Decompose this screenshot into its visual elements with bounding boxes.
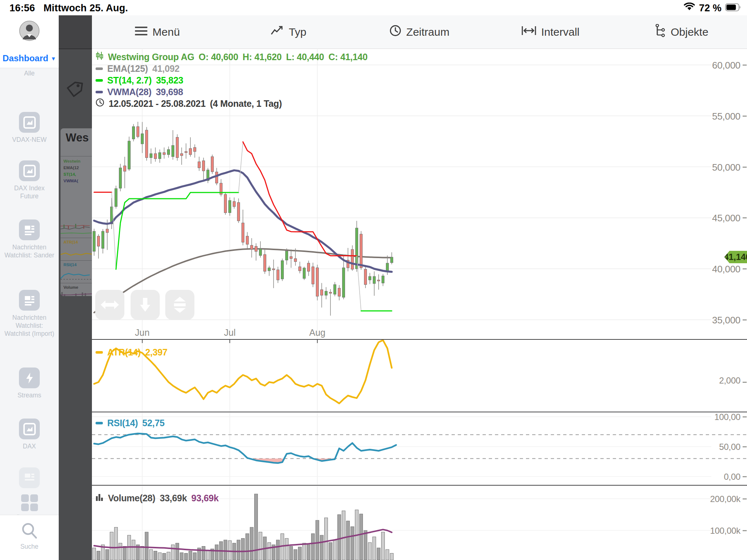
chevron-down-icon: ▼ — [51, 55, 56, 62]
objects-icon — [655, 24, 666, 40]
sidebar-item-dax-index-future[interactable]: DAX Index Future — [0, 184, 59, 200]
dashboard-selector[interactable]: Dashboard ▼ — [0, 53, 59, 63]
mini-volume-label: Volume — [63, 285, 78, 289]
interval-icon — [522, 26, 536, 38]
interval-button[interactable]: Intervall — [485, 15, 616, 48]
legend-ema-row[interactable]: EMA(125) 41,092 — [96, 63, 368, 74]
clock-time: 16:56 — [9, 3, 35, 13]
sidebar-item-suche[interactable]: Suche — [0, 542, 59, 551]
sidebar-item-vdax-new[interactable]: VDAX-NEW — [0, 136, 59, 144]
sidebar: Dashboard ▼ Kalender: Alle VDAX-NEW DAX … — [0, 15, 59, 560]
rsi-tick: 100,00 — [682, 412, 740, 422]
mini-widget-title: Wes — [66, 131, 89, 144]
tag-icon[interactable] — [65, 80, 84, 101]
ema-line-swatch — [96, 67, 103, 70]
atr-label: ATR(14) — [107, 347, 141, 358]
legend-ema-value: 41,092 — [152, 63, 180, 74]
sidebar-item-dax[interactable]: DAX — [0, 442, 59, 450]
legend-symbol: Westwing Group AG — [108, 52, 194, 62]
hamburger-icon — [135, 26, 147, 38]
vwma-line-swatch — [96, 91, 103, 93]
grid-icon[interactable] — [19, 492, 40, 513]
sidebar-item-streams[interactable]: Streams — [0, 391, 59, 399]
status-bar: 16:56 Mittwoch 25. Aug. 72 % — [0, 0, 747, 15]
sidebar-item-nachrichten-import[interactable]: Nachrichten Watchlist: Watchlist (Import… — [0, 314, 59, 338]
battery-percent: 72 % — [699, 3, 721, 14]
volume-legend[interactable]: Volume(28) 33,69k 93,69k — [96, 493, 218, 503]
expand-vertical-icon — [173, 297, 187, 313]
mini-rsi-chart — [61, 269, 92, 282]
status-date: Mittwoch 25. Aug. — [43, 3, 128, 13]
x-axis-label: Jun — [131, 327, 153, 338]
chart-tile-icon[interactable] — [19, 112, 40, 133]
st-line-swatch — [96, 79, 103, 82]
fit-vertical-button[interactable] — [165, 290, 194, 320]
mini-vwma-label: VWMA( — [63, 179, 78, 183]
x-axis-label: Aug — [306, 327, 328, 338]
mini-symbol-label: Westwin — [63, 159, 80, 163]
mini-volume-chart — [61, 292, 92, 296]
legend-open: O: 40,600 — [199, 52, 238, 62]
legend-vwma-label: VWMA(28) — [107, 87, 151, 97]
mini-atr-chart — [61, 246, 92, 260]
type-button[interactable]: Typ — [223, 15, 354, 48]
strip-header — [59, 15, 92, 49]
status-time-date: 16:56 Mittwoch 25. Aug. — [9, 3, 128, 14]
atr-line-swatch — [96, 351, 103, 354]
line-chart-icon — [271, 26, 284, 38]
rsi-legend[interactable]: RSI(14) 52,75 — [96, 418, 165, 428]
volume-bars-icon — [96, 493, 104, 503]
bolt-tile-icon[interactable] — [19, 368, 40, 388]
candlestick-icon — [96, 51, 104, 62]
wifi-icon — [684, 3, 695, 14]
news-tile-icon[interactable] — [19, 219, 40, 240]
price-tick: 60,000 — [682, 60, 740, 71]
mini-st-label: ST(14, — [63, 172, 76, 176]
legend-high: H: 41,620 — [243, 52, 282, 62]
legend-period-row[interactable]: 12.05.2021 - 25.08.2021 (4 Monate, 1 Tag… — [96, 98, 368, 109]
mini-chart-widget[interactable]: Wes Westwin EMA(12 ST(14, VWMA( ATR(14 R… — [61, 128, 92, 296]
scroll-down-button[interactable] — [131, 290, 160, 320]
scroll-horizontal-button[interactable] — [95, 290, 124, 320]
chart-tile-icon[interactable] — [19, 419, 40, 439]
price-tick: 50,000 — [682, 162, 740, 173]
search-icon[interactable] — [20, 521, 39, 542]
legend-period-detail: (4 Monate, 1 Tag) — [210, 98, 282, 109]
objects-button[interactable]: Objekte — [616, 15, 747, 48]
timeframe-button[interactable]: Zeitraum — [354, 15, 485, 48]
rsi-value: 52,75 — [142, 418, 165, 428]
volume-ma-value: 93,69k — [191, 493, 219, 503]
legend-vwma-value: 39,698 — [156, 87, 183, 97]
legend-symbol-row[interactable]: Westwing Group AG O: 40,600 H: 41,620 L:… — [96, 51, 368, 63]
left-right-arrow-icon — [100, 300, 119, 310]
clock-icon — [390, 25, 401, 39]
atr-legend[interactable]: ATR(14) 2,397 — [96, 347, 167, 358]
legend-low: L: 40,440 — [286, 52, 324, 62]
volume-label: Volume(28) — [108, 493, 155, 503]
mini-main-chart — [61, 185, 92, 240]
rsi-line-swatch — [96, 422, 103, 424]
sidebar-item-nachrichten-sander[interactable]: Nachrichten Watchlist: Sander — [0, 243, 59, 259]
legend-close: C: 41,140 — [328, 52, 367, 62]
clock-icon — [96, 98, 104, 109]
news-tile-icon[interactable] — [19, 290, 40, 311]
legend-vwma-row[interactable]: VWMA(28) 39,698 — [96, 86, 368, 98]
legend-st-value: 35,823 — [156, 75, 183, 86]
legend-st-row[interactable]: ST(14, 2.7) 35,823 — [96, 74, 368, 86]
chart-tile-icon[interactable] — [19, 160, 40, 181]
volume-value: 33,69k — [160, 493, 187, 503]
news-tile-icon-faded — [19, 467, 40, 488]
price-tick: 40,000 — [682, 264, 740, 275]
collapsed-widget-strip[interactable]: Wes Westwin EMA(12 ST(14, VWMA( ATR(14 R… — [59, 15, 92, 560]
rsi-tick: 50,00 — [682, 442, 740, 452]
menu-button[interactable]: Menü — [92, 15, 223, 48]
volume-tick: 100,00k — [682, 526, 740, 536]
avatar[interactable] — [19, 20, 40, 43]
legend-st-label: ST(14, 2.7) — [107, 75, 152, 86]
chart-legend: Westwing Group AG O: 40,600 H: 41,620 L:… — [96, 51, 368, 109]
legend-period: 12.05.2021 - 25.08.2021 — [109, 98, 206, 109]
down-arrow-icon — [140, 298, 151, 312]
price-tick: 45,000 — [682, 213, 740, 224]
chart-toolbar: Menü Typ Zeitraum Intervall Objekte — [92, 15, 747, 49]
price-tick: 35,000 — [682, 315, 740, 326]
